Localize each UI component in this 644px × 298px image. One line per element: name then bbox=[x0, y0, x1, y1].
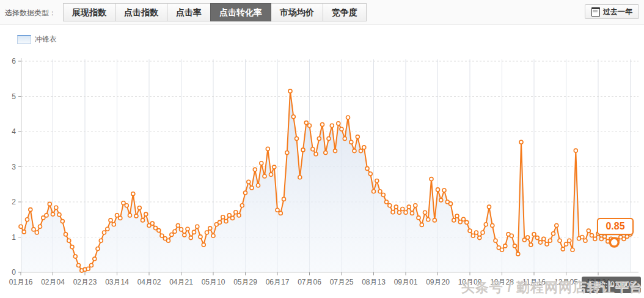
x-axis-label: 03月14 bbox=[105, 278, 129, 286]
data-point bbox=[494, 239, 497, 242]
data-point bbox=[349, 140, 353, 144]
data-point bbox=[57, 213, 61, 217]
data-point bbox=[308, 124, 312, 127]
data-point bbox=[455, 214, 459, 218]
data-point bbox=[205, 231, 209, 234]
data-point bbox=[555, 224, 558, 228]
data-point bbox=[411, 211, 414, 215]
data-point bbox=[103, 231, 106, 234]
data-point bbox=[96, 247, 100, 251]
data-point bbox=[593, 237, 597, 240]
x-axis-label: 09月20 bbox=[426, 278, 450, 286]
data-point bbox=[19, 225, 23, 228]
data-point bbox=[426, 218, 430, 222]
data-type-toolbar: 选择数据类型： 展现指数点击指数点击率点击转化率市场均价竞争度 过去一年 bbox=[0, 0, 644, 25]
data-point bbox=[368, 172, 372, 176]
data-point bbox=[385, 200, 389, 204]
data-point bbox=[471, 234, 475, 237]
tab-click-index[interactable]: 点击指数 bbox=[115, 3, 167, 21]
data-point bbox=[558, 239, 562, 242]
data-point bbox=[526, 236, 530, 239]
x-axis-label: 11月16 bbox=[522, 278, 546, 286]
data-point bbox=[273, 165, 276, 169]
data-point bbox=[64, 233, 68, 236]
calendar-icon bbox=[591, 7, 600, 17]
data-point bbox=[266, 147, 269, 151]
data-point bbox=[22, 230, 26, 234]
legend-item-chongfengyi[interactable]: 冲锋衣 bbox=[17, 34, 57, 45]
data-point bbox=[510, 234, 513, 237]
data-point bbox=[221, 215, 225, 219]
y-axis-label: 5 bbox=[12, 92, 16, 101]
y-axis-label: 0 bbox=[12, 268, 16, 277]
data-point bbox=[430, 177, 433, 181]
data-point bbox=[314, 152, 318, 156]
data-point bbox=[291, 115, 295, 119]
data-point bbox=[372, 190, 376, 193]
data-point bbox=[516, 252, 520, 256]
data-point bbox=[465, 220, 469, 224]
tab-market-avg-price[interactable]: 市场均价 bbox=[271, 3, 323, 21]
data-point bbox=[407, 205, 411, 209]
data-point bbox=[211, 234, 215, 237]
x-axis-label: 10月28 bbox=[490, 278, 514, 286]
tab-competition[interactable]: 竞争度 bbox=[323, 3, 367, 21]
data-type-label: 选择数据类型： bbox=[5, 8, 56, 18]
data-point bbox=[93, 257, 97, 261]
data-point bbox=[449, 202, 453, 206]
data-point bbox=[574, 149, 577, 152]
data-point bbox=[279, 211, 282, 215]
data-point bbox=[45, 214, 48, 217]
data-point bbox=[452, 218, 456, 222]
data-point bbox=[565, 242, 568, 246]
data-point bbox=[478, 236, 481, 240]
data-point bbox=[337, 122, 340, 125]
data-point bbox=[491, 224, 494, 228]
data-point bbox=[237, 214, 241, 217]
data-point bbox=[295, 137, 299, 141]
data-point bbox=[60, 220, 64, 223]
data-point bbox=[109, 218, 112, 222]
data-point bbox=[134, 214, 138, 218]
data-point bbox=[141, 218, 145, 222]
data-point bbox=[468, 229, 472, 233]
data-point bbox=[420, 223, 423, 226]
data-point bbox=[183, 233, 186, 237]
y-axis-label: 3 bbox=[12, 163, 16, 171]
data-point bbox=[77, 264, 81, 267]
data-point bbox=[48, 202, 51, 206]
data-point bbox=[381, 193, 385, 197]
tab-click-conversion-rate[interactable]: 点击转化率 bbox=[210, 3, 271, 21]
data-point bbox=[475, 231, 478, 234]
data-point bbox=[276, 208, 279, 212]
x-axis-label: 04月21 bbox=[169, 278, 193, 286]
data-point bbox=[269, 173, 273, 176]
data-point bbox=[186, 227, 189, 231]
data-point bbox=[417, 216, 420, 220]
data-point bbox=[231, 216, 235, 220]
data-point bbox=[67, 239, 71, 242]
data-point bbox=[247, 180, 251, 184]
data-point bbox=[391, 210, 395, 214]
tab-ctr[interactable]: 点击率 bbox=[167, 3, 211, 21]
data-point bbox=[70, 245, 74, 249]
y-axis-label: 2 bbox=[12, 198, 16, 206]
date-range-button[interactable]: 过去一年 bbox=[585, 4, 639, 19]
data-point bbox=[603, 234, 607, 238]
data-point bbox=[189, 236, 192, 240]
data-point bbox=[388, 204, 392, 207]
legend-swatch bbox=[17, 35, 31, 44]
conversion-rate-chart[interactable]: 012345601月1602月0402月2303月1404月0204月2105月… bbox=[0, 52, 644, 298]
data-point bbox=[128, 214, 132, 217]
data-point bbox=[260, 162, 263, 165]
data-point bbox=[568, 239, 571, 242]
data-point bbox=[503, 244, 507, 248]
y-axis-label: 6 bbox=[12, 57, 16, 65]
data-point bbox=[346, 116, 350, 119]
data-point bbox=[253, 168, 257, 171]
data-point bbox=[404, 210, 408, 214]
data-point bbox=[199, 235, 202, 239]
chart-canvas[interactable]: 012345601月1602月0402月2303月1404月0204月2105月… bbox=[0, 52, 644, 298]
tab-impression-index[interactable]: 展现指数 bbox=[63, 3, 115, 21]
data-point bbox=[263, 174, 266, 178]
